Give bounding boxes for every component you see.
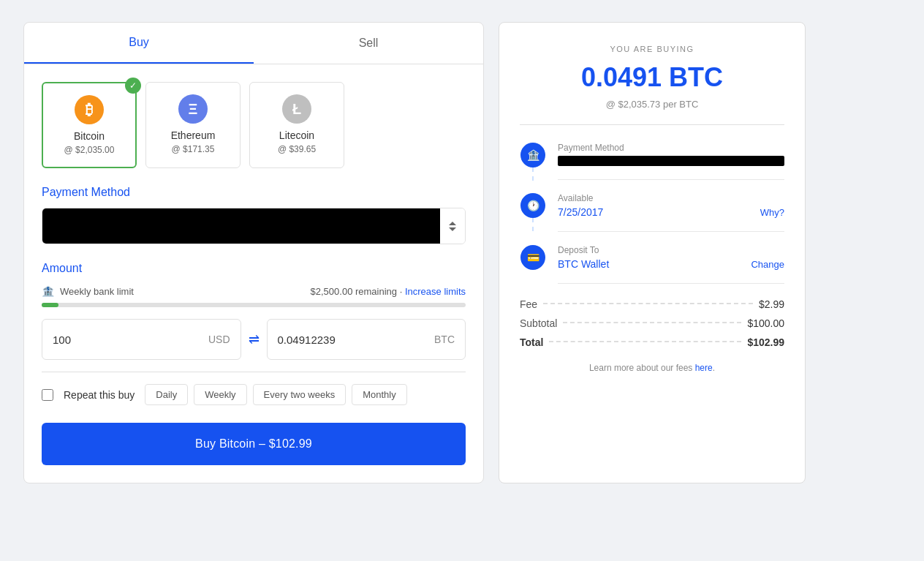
repeat-daily[interactable]: Daily: [145, 384, 188, 405]
bank-limit-separator: ·: [400, 286, 405, 297]
tab-sell[interactable]: Sell: [254, 23, 483, 64]
fee-label: Fee: [520, 298, 537, 310]
total-label: Total: [520, 336, 543, 348]
fee-section: Fee $2.99 Subtotal $100.00 Total $102.99: [520, 298, 784, 348]
summary-available-row: 🕐 Available 7/25/2017 Why?: [520, 193, 784, 232]
payment-method-selector[interactable]: [42, 208, 466, 244]
usd-field[interactable]: USD: [42, 319, 241, 360]
page-container: Buy Sell ✓ ₿ Bitcoin @ $2,035.00 Ξ Ether…: [23, 22, 901, 483]
btc-input[interactable]: [278, 334, 435, 346]
summary-why-link[interactable]: Why?: [760, 207, 784, 218]
litecoin-name: Litecoin: [262, 129, 332, 141]
summary-payment-label: Payment Method: [558, 143, 784, 153]
learn-more-link[interactable]: here: [695, 363, 713, 373]
btc-field[interactable]: BTC: [267, 319, 466, 360]
repeat-every-two-weeks[interactable]: Every two weeks: [253, 384, 346, 405]
amount-label: Amount: [42, 262, 466, 275]
summary-connector-line-1: [532, 167, 534, 181]
progress-bar-fill: [42, 303, 58, 307]
summary-clock-icon: 🕐: [520, 193, 545, 218]
subtotal-row: Subtotal $100.00: [520, 317, 784, 329]
repeat-row: Repeat this buy Daily Weekly Every two w…: [42, 384, 466, 405]
summary-payment-bar: [558, 156, 784, 166]
summary-available-label: Available: [558, 193, 784, 203]
bitcoin-icon: ₿: [75, 95, 104, 124]
crypto-card-ethereum[interactable]: Ξ Ethereum @ $171.35: [145, 82, 241, 168]
arrow-down-icon: [449, 227, 456, 231]
fee-dots: [543, 303, 753, 304]
repeat-monthly[interactable]: Monthly: [352, 384, 407, 405]
selected-check-icon: ✓: [125, 78, 141, 94]
summary-deposit-content: Deposit To BTC Wallet Change: [558, 245, 784, 284]
repeat-label: Repeat this buy: [64, 389, 135, 401]
summary-clock-icon-col: 🕐: [520, 193, 546, 218]
you-are-buying-label: YOU ARE BUYING: [520, 45, 784, 53]
arrow-up-icon: [449, 222, 456, 225]
summary-available-date: 7/25/2017: [558, 206, 603, 218]
bank-limit-remaining-text: $2,500.00 remaining: [311, 286, 398, 297]
litecoin-price: @ $39.65: [262, 144, 332, 154]
summary-wallet-icon: 💳: [520, 245, 545, 270]
amount-inputs: USD ⇌ BTC: [42, 319, 466, 360]
repeat-checkbox[interactable]: [42, 389, 53, 401]
bank-limit-row: 🏦 Weekly bank limit $2,500.00 remaining …: [42, 285, 466, 297]
summary-deposit-sub: BTC Wallet Change: [558, 258, 784, 270]
subtotal-value: $100.00: [747, 317, 784, 329]
btc-amount-display: 0.0491 BTC: [520, 62, 784, 93]
summary-deposit-row: 💳 Deposit To BTC Wallet Change: [520, 245, 784, 284]
buy-button[interactable]: Buy Bitcoin – $102.99: [42, 423, 466, 465]
right-panel: YOU ARE BUYING 0.0491 BTC @ $2,035.73 pe…: [499, 22, 806, 483]
bank-limit-label: Weekly bank limit: [60, 286, 134, 297]
left-panel: Buy Sell ✓ ₿ Bitcoin @ $2,035.00 Ξ Ether…: [23, 22, 484, 483]
payment-select-arrow[interactable]: [440, 208, 465, 244]
learn-more-text: Learn more about our fees: [589, 363, 692, 373]
total-value: $102.99: [747, 336, 784, 348]
summary-available-content: Available 7/25/2017 Why?: [558, 193, 784, 232]
litecoin-icon: Ł: [282, 94, 311, 124]
fee-value: $2.99: [759, 298, 784, 310]
summary-connector-line-2: [532, 218, 534, 231]
total-row: Total $102.99: [520, 336, 784, 348]
crypto-card-bitcoin[interactable]: ✓ ₿ Bitcoin @ $2,035.00: [42, 82, 137, 168]
summary-wallet-icon-col: 💳: [520, 245, 546, 270]
btc-currency: BTC: [434, 334, 455, 345]
bitcoin-name: Bitcoin: [55, 130, 124, 142]
tab-bar: Buy Sell: [24, 23, 483, 64]
summary-deposit-label: Deposit To: [558, 245, 784, 255]
crypto-card-litecoin[interactable]: Ł Litecoin @ $39.65: [249, 82, 344, 168]
ethereum-price: @ $171.35: [158, 144, 228, 154]
ethereum-name: Ethereum: [158, 129, 228, 141]
crypto-list: ✓ ₿ Bitcoin @ $2,035.00 Ξ Ethereum @ $17…: [42, 82, 466, 168]
summary-change-link[interactable]: Change: [751, 259, 784, 270]
panel-body: ✓ ₿ Bitcoin @ $2,035.00 Ξ Ethereum @ $17…: [24, 64, 483, 483]
bank-limit-remaining: $2,500.00 remaining · Increase limits: [311, 286, 466, 297]
summary-payment-content: Payment Method: [558, 143, 784, 180]
summary-bank-icon: 🏦: [520, 143, 545, 167]
summary-payment-row: 🏦 Payment Method: [520, 143, 784, 180]
repeat-weekly[interactable]: Weekly: [194, 384, 246, 405]
progress-bar: [42, 303, 466, 307]
payment-method-input: [42, 208, 440, 244]
usd-input[interactable]: [53, 334, 208, 346]
summary-deposit-wallet: BTC Wallet: [558, 258, 609, 270]
payment-method-label: Payment Method: [42, 186, 466, 199]
summary-bank-icon-col: 🏦: [520, 143, 546, 167]
ethereum-icon: Ξ: [178, 94, 208, 124]
tab-buy[interactable]: Buy: [24, 23, 254, 64]
btc-rate-display: @ $2,035.73 per BTC: [520, 99, 784, 125]
learn-more: Learn more about our fees here.: [520, 363, 784, 373]
swap-icon[interactable]: ⇌: [249, 331, 260, 347]
divider: [42, 372, 466, 372]
fee-row: Fee $2.99: [520, 298, 784, 310]
subtotal-label: Subtotal: [520, 317, 557, 329]
subtotal-dots: [563, 322, 741, 323]
total-dots: [549, 341, 741, 342]
bank-icon: 🏦: [42, 285, 54, 297]
summary-available-sub: 7/25/2017 Why?: [558, 206, 784, 218]
bitcoin-price: @ $2,035.00: [55, 145, 124, 155]
increase-limits-link[interactable]: Increase limits: [405, 286, 466, 297]
usd-currency: USD: [208, 334, 230, 345]
repeat-options: Daily Weekly Every two weeks Monthly: [145, 384, 406, 405]
